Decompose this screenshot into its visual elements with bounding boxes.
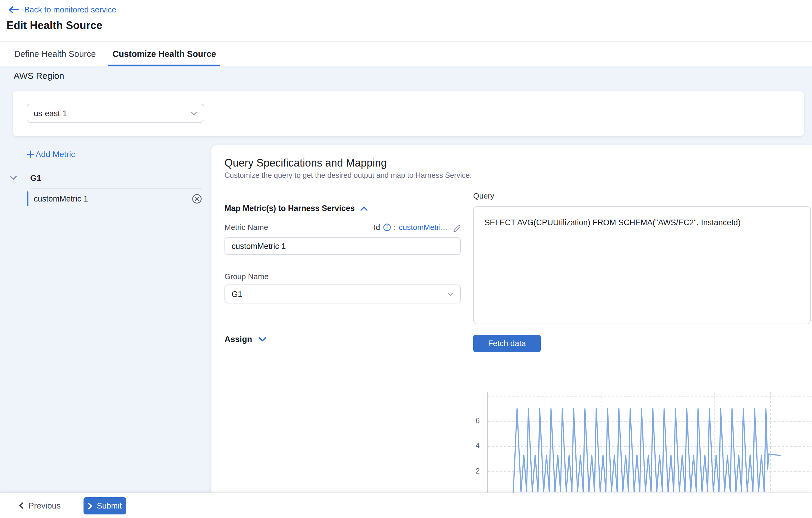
query-editor[interactable]: SELECT AVG(CPUUtilization) FROM SCHEMA("… (473, 206, 811, 324)
metric-id-chip: Id : customMetri... (374, 223, 461, 232)
back-link-label: Back to monitored service (24, 5, 116, 14)
query-label: Query (473, 191, 494, 200)
submit-label: Submit (97, 501, 122, 510)
metric-list-item[interactable]: customMetric 1 (27, 191, 202, 206)
app-window: Back to monitored service Edit Health So… (0, 0, 812, 518)
aws-region-label: AWS Region (13, 71, 64, 81)
tab-bar: Define Health Source Customize Health So… (0, 42, 812, 66)
map-metrics-section-toggle[interactable]: Map Metric(s) to Harness Services (225, 204, 368, 213)
add-metric-label: Add Metric (35, 149, 75, 159)
back-link[interactable]: Back to monitored service (8, 5, 116, 14)
aws-region-value: us-east-1 (34, 109, 67, 118)
plus-icon (27, 150, 34, 158)
id-separator: : (394, 223, 396, 232)
metric-item-label: customMetric 1 (34, 194, 192, 203)
query-text: SELECT AVG(CPUUtilization) FROM SCHEMA("… (485, 217, 803, 228)
assign-section-toggle[interactable]: Assign (225, 334, 266, 344)
chevron-down-icon (191, 111, 197, 115)
edit-pencil-icon[interactable] (453, 223, 461, 231)
remove-metric-icon[interactable] (192, 193, 202, 203)
map-metrics-label: Map Metric(s) to Harness Services (225, 204, 355, 213)
page-header: Back to monitored service Edit Health So… (0, 0, 812, 42)
panel-heading: Query Specifications and Mapping (225, 157, 387, 169)
info-icon[interactable] (383, 223, 391, 231)
group-name-label: Group Name (225, 272, 269, 281)
fetch-data-label: Fetch data (488, 339, 526, 348)
group-divider (31, 188, 202, 189)
metric-group-header[interactable]: G1 (9, 173, 41, 183)
back-arrow-icon (8, 6, 19, 13)
page-title: Edit Health Source (6, 20, 103, 32)
aws-region-card: us-east-1 (13, 91, 804, 136)
previous-label: Previous (28, 501, 61, 510)
fetch-data-button[interactable]: Fetch data (473, 335, 541, 352)
submit-button[interactable]: Submit (84, 497, 126, 514)
metric-name-row: Metric Name Id : customMetri... (225, 223, 461, 232)
previous-button[interactable]: Previous (19, 493, 61, 518)
query-specifications-panel: Query Specifications and Mapping Customi… (211, 145, 812, 492)
selected-metric-indicator (27, 191, 28, 206)
group-name-select[interactable]: G1 (225, 284, 461, 303)
assign-label: Assign (225, 334, 252, 344)
metric-name-input[interactable] (225, 237, 461, 255)
chevron-down-icon (447, 292, 454, 296)
tab-define-health-source[interactable]: Define Health Source (14, 42, 96, 66)
chevron-right-icon (88, 502, 93, 510)
footer-bar: Previous Submit (0, 492, 812, 518)
chevron-down-icon (9, 175, 17, 180)
id-label: Id (374, 223, 380, 232)
metric-id-value[interactable]: customMetri... (399, 223, 447, 232)
active-tab-underline (108, 64, 220, 66)
tab-customize-health-source[interactable]: Customize Health Source (113, 42, 216, 66)
chevron-down-icon (258, 336, 266, 342)
chevron-left-icon (19, 502, 24, 509)
line-chart (450, 388, 812, 492)
metric-name-label: Metric Name (225, 223, 268, 232)
metric-preview-chart (450, 388, 812, 492)
chevron-up-icon (360, 206, 368, 211)
metric-group-label: G1 (30, 173, 41, 183)
panel-subheading: Customize the query to get the desired o… (225, 171, 472, 180)
content-area: AWS Region us-east-1 Add Metric G1 (0, 66, 812, 518)
group-name-value: G1 (232, 290, 242, 298)
aws-region-select[interactable]: us-east-1 (27, 104, 204, 123)
add-metric-button[interactable]: Add Metric (27, 149, 75, 159)
